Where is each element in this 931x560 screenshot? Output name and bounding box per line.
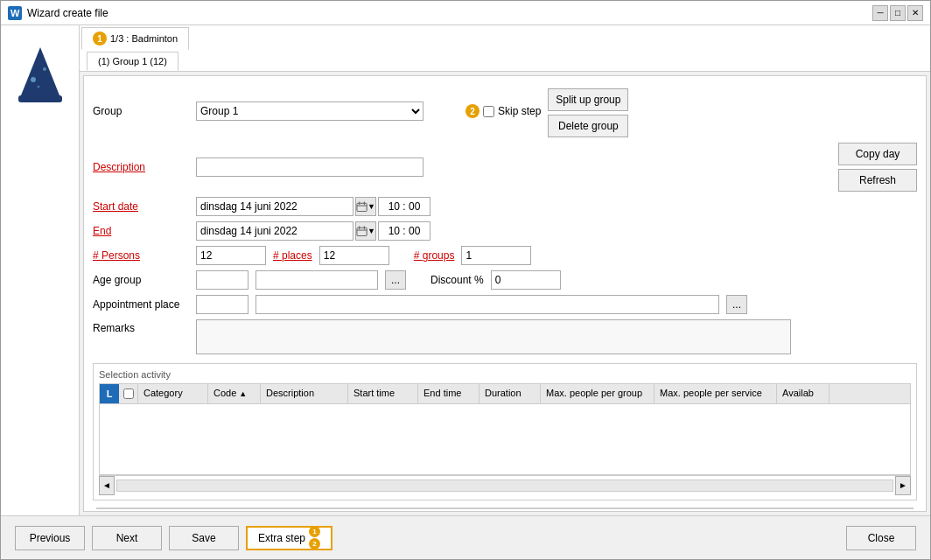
sub-tab[interactable]: (1) Group 1 (12) <box>87 52 178 71</box>
split-up-group-button[interactable]: Split up group <box>548 88 628 111</box>
col-category: Category <box>138 384 208 403</box>
previous-button[interactable]: Previous <box>15 526 85 550</box>
scroll-track[interactable] <box>116 480 893 492</box>
selection-activity-group: Selection activity L Category Code ▲ <box>93 363 917 500</box>
skip-step-label: Skip step <box>498 105 541 117</box>
remarks-textarea[interactable] <box>196 319 791 354</box>
copy-day-button[interactable]: Copy day <box>838 143 917 165</box>
skip-step-checkbox[interactable] <box>483 106 494 117</box>
discount-label: Discount % <box>430 274 484 286</box>
end-label[interactable]: End <box>93 225 189 237</box>
description-label[interactable]: Description <box>93 161 189 173</box>
footer-left-buttons: Previous Next Save Extra step 1 2 <box>15 526 332 550</box>
remarks-label: Remarks <box>93 319 189 334</box>
sub-tab-label: (1) Group 1 (12) <box>98 56 167 66</box>
groups-input[interactable] <box>461 246 531 265</box>
start-time-input[interactable] <box>378 197 430 216</box>
main-tab-label: 1/3 : Badminton <box>110 33 178 44</box>
places-input[interactable] <box>319 246 389 265</box>
discount-input[interactable] <box>491 270 561 290</box>
svg-text:W: W <box>10 8 20 18</box>
delete-group-button[interactable]: Delete group <box>548 115 628 137</box>
persons-row: # Persons # places # groups <box>93 246 917 265</box>
age-group-row: Age group ... Discount % <box>93 270 917 290</box>
close-window-button[interactable]: ✕ <box>907 5 923 21</box>
col-start-time: Start time <box>348 384 418 403</box>
select-all-checkbox[interactable] <box>123 388 134 399</box>
form-area: Group Group 1 2 Skip step Split up group… <box>83 75 927 512</box>
col-description: Description <box>261 384 348 403</box>
right-action-buttons: Split up group Delete group <box>548 85 628 137</box>
start-date-label[interactable]: Start date <box>93 200 189 213</box>
close-button[interactable]: Close <box>846 526 916 550</box>
calendar-icon-2 <box>356 226 368 236</box>
start-date-calendar-btn[interactable]: ▼ <box>355 197 376 216</box>
refresh-button[interactable]: Refresh <box>838 169 917 192</box>
calendar-icon <box>356 201 368 212</box>
end-date-group: ▼ <box>196 221 430 241</box>
group-select[interactable]: Group 1 <box>196 102 424 121</box>
svg-point-5 <box>43 67 46 71</box>
extra-step-button[interactable]: Extra step 1 2 <box>246 526 332 550</box>
appointment-input2[interactable] <box>256 295 719 314</box>
restore-button[interactable]: □ <box>890 5 906 21</box>
title-bar: W Wizard create file ─ □ ✕ <box>1 1 930 25</box>
title-bar-controls: ─ □ ✕ <box>872 5 923 21</box>
tab-row-sub: (1) Group 1 (12) <box>80 50 930 71</box>
tab-row-main: 1 1/3 : Badminton <box>80 25 930 50</box>
scroll-left-button[interactable]: ◄ <box>99 476 115 495</box>
age-group-input1[interactable] <box>196 270 248 290</box>
svg-rect-3 <box>18 95 62 102</box>
persons-input[interactable] <box>196 246 266 265</box>
start-date-input[interactable] <box>196 197 354 216</box>
start-date-row: Start date ▼ <box>93 197 917 216</box>
extra-step-label: Extra step <box>258 532 305 544</box>
wizard-hat-icon <box>14 43 66 104</box>
footer-right-buttons: Close <box>846 526 916 550</box>
start-date-group: ▼ <box>196 197 430 216</box>
extra-step-badges: 1 2 <box>309 526 320 550</box>
footer: Previous Next Save Extra step 1 2 Close <box>1 515 930 559</box>
col-max-people-group: Max. people per group <box>541 384 654 403</box>
appointment-input1[interactable] <box>196 295 248 314</box>
svg-rect-7 <box>357 203 367 211</box>
progress-bar <box>96 508 914 509</box>
col-end-time: End time <box>418 384 480 403</box>
end-time-input[interactable] <box>378 221 430 241</box>
next-button[interactable]: Next <box>92 526 162 550</box>
col-code: Code ▲ <box>208 384 261 403</box>
persons-label[interactable]: # Persons <box>93 249 189 262</box>
window-title: Wizard create file <box>27 7 108 19</box>
table-header: L Category Code ▲ Description Start time <box>100 384 910 404</box>
code-sort-icon[interactable]: ▲ <box>239 389 247 398</box>
groups-label[interactable]: # groups <box>414 249 455 262</box>
remarks-row: Remarks <box>93 319 917 354</box>
end-date-calendar-btn[interactable]: ▼ <box>355 221 376 241</box>
end-date-input[interactable] <box>196 221 354 241</box>
tab-badge-1: 1 <box>93 32 107 46</box>
age-group-ellipsis-btn[interactable]: ... <box>385 270 406 290</box>
col-checkbox <box>119 384 138 403</box>
svg-marker-2 <box>21 47 60 95</box>
age-group-label: Age group <box>93 274 189 286</box>
table-l-button[interactable]: L <box>100 384 119 403</box>
skip-step-badge: 2 <box>466 104 480 118</box>
minimize-button[interactable]: ─ <box>872 5 888 21</box>
appointment-ellipsis-btn[interactable]: ... <box>726 295 747 314</box>
main-window: W Wizard create file ─ □ ✕ <box>0 0 931 560</box>
window-icon: W <box>8 6 22 20</box>
col-available: Availab <box>777 384 830 403</box>
table-scroll-row: ◄ ► <box>99 475 911 494</box>
right-panel: 1 1/3 : Badminton (1) Group 1 (12) Group… <box>80 25 930 515</box>
svg-point-6 <box>37 86 39 88</box>
age-group-input2[interactable] <box>256 270 378 290</box>
places-label[interactable]: # places <box>273 249 312 262</box>
scroll-right-button[interactable]: ► <box>895 476 911 495</box>
selection-activity-label: Selection activity <box>99 369 911 380</box>
description-input[interactable] <box>196 158 424 177</box>
save-button[interactable]: Save <box>169 526 239 550</box>
svg-point-4 <box>31 77 36 82</box>
main-tab[interactable]: 1 1/3 : Badminton <box>81 27 189 50</box>
skip-step-area: 2 Skip step <box>466 104 541 118</box>
title-bar-left: W Wizard create file <box>8 6 108 20</box>
